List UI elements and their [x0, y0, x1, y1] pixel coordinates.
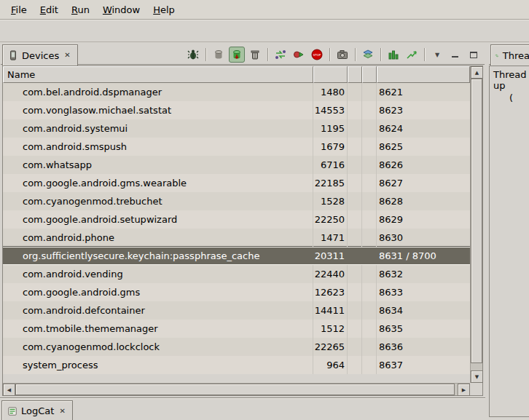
toolbar-separator — [380, 48, 381, 61]
table-row[interactable]: com.android.phone14718630 — [3, 229, 470, 247]
table-row[interactable]: com.cyanogenmod.trebuchet15288628 — [3, 192, 470, 210]
column-header-port[interactable] — [377, 66, 470, 83]
arrow-left-icon: ◀ — [7, 387, 11, 393]
table-row[interactable]: com.tmobile.thememanager15128635 — [3, 320, 470, 338]
blank-cell — [348, 174, 362, 192]
close-icon[interactable]: ✕ — [58, 407, 66, 416]
menu-edit[interactable]: Edit — [34, 2, 65, 17]
bug-icon — [187, 49, 199, 60]
horizontal-scrollbar[interactable]: ◀ ▶ — [3, 383, 470, 395]
device-rows: com.bel.android.dspmanager14808621com.vo… — [3, 83, 470, 383]
threads-message-line2: ( — [509, 92, 529, 103]
profiling-icon — [293, 49, 305, 60]
line-chart-view-button[interactable] — [404, 47, 420, 63]
tab-devices-label: Devices — [22, 50, 59, 61]
tab-logcat-label: LogCat — [21, 405, 54, 416]
blank-cell — [362, 83, 377, 101]
process-name: system_process — [3, 356, 313, 374]
cause-gc-button[interactable] — [247, 47, 263, 63]
tab-logcat[interactable]: LogCat ✕ — [1, 400, 73, 420]
blank-cell — [348, 83, 362, 101]
horizontal-scroll-thumb[interactable] — [15, 384, 455, 395]
blank-cell — [348, 101, 362, 119]
hprof-cylinder-icon — [231, 49, 243, 60]
process-name: com.tmobile.thememanager — [3, 320, 313, 338]
blank-cell — [362, 320, 377, 338]
table-row[interactable]: com.cyanogenmod.lockclock222658636 — [3, 338, 470, 356]
menu-file[interactable]: File — [4, 2, 34, 17]
table-row[interactable]: com.android.smspush16798625 — [3, 138, 470, 156]
toolbar-separator — [205, 48, 206, 61]
dump-hprof-button[interactable] — [229, 47, 245, 63]
table-row[interactable]: com.google.android.gms.wearable221858627 — [3, 174, 470, 192]
heap-bars-view-button[interactable] — [385, 47, 401, 63]
start-method-profiling-button[interactable] — [291, 47, 307, 63]
process-port: 8635 — [377, 320, 470, 338]
process-port: 8634 — [377, 301, 470, 320]
table-row[interactable]: com.google.android.setupwizard222508629 — [3, 210, 470, 229]
view-ui-hierarchy-button[interactable] — [360, 47, 376, 63]
table-row[interactable]: system_process9648637 — [3, 356, 470, 374]
table-row[interactable]: com.vonglasow.michael.satstat145538623 — [3, 101, 470, 119]
vertical-scrollbar[interactable]: ▲ ▼ — [470, 66, 482, 383]
tab-threads[interactable]: Threa — [490, 44, 529, 66]
camera-icon — [337, 49, 348, 60]
tab-devices[interactable]: Devices ✕ — [2, 44, 78, 66]
vertical-scroll-thumb[interactable] — [471, 79, 482, 363]
arrow-up-icon: ▲ — [475, 70, 479, 76]
arrow-right-icon: ▶ — [462, 387, 466, 393]
process-name: com.vonglasow.michael.satstat — [3, 101, 313, 119]
table-row[interactable]: com.android.systemui11958624 — [3, 119, 470, 138]
table-row[interactable]: com.android.vending224408632 — [3, 265, 470, 283]
table-row[interactable]: com.bel.android.dspmanager14808621 — [3, 83, 470, 101]
table-row[interactable]: org.sufficientlysecure.keychain:passphra… — [3, 247, 470, 265]
blank-cell — [348, 210, 362, 229]
table-row[interactable]: com.whatsapp67168626 — [3, 156, 470, 174]
process-pid: 14553 — [313, 101, 348, 119]
process-name: com.bel.android.dspmanager — [3, 83, 313, 101]
update-heap-button[interactable] — [211, 47, 227, 63]
tab-threads-label: Threa — [503, 50, 529, 61]
minimize-button[interactable] — [447, 47, 463, 63]
debug-process-button[interactable] — [185, 47, 201, 63]
blank-cell — [348, 138, 362, 156]
blank-cell — [348, 247, 362, 265]
scroll-up-button[interactable]: ▲ — [471, 66, 483, 79]
scroll-down-button[interactable]: ▼ — [471, 371, 483, 383]
blank-cell — [362, 192, 377, 210]
process-name: com.google.android.gms.wearable — [3, 174, 313, 192]
menu-help[interactable]: Help — [146, 2, 181, 17]
close-icon[interactable]: ✕ — [63, 51, 71, 60]
process-pid: 1471 — [313, 229, 348, 247]
table-row[interactable]: com.google.android.gms126238633 — [3, 283, 470, 301]
process-pid: 1195 — [313, 119, 348, 138]
process-pid: 1679 — [313, 138, 348, 156]
update-threads-button[interactable] — [273, 47, 289, 63]
table-header: Name — [3, 66, 470, 83]
stop-process-button[interactable]: STOP — [309, 47, 325, 63]
screen-capture-button[interactable] — [334, 47, 350, 63]
blank-cell — [348, 192, 362, 210]
column-header-name[interactable]: Name — [3, 66, 313, 83]
scroll-right-button[interactable]: ▶ — [458, 384, 470, 396]
column-header-blank[interactable] — [362, 66, 377, 83]
scroll-left-button[interactable]: ◀ — [3, 384, 15, 396]
process-name: com.whatsapp — [3, 156, 313, 174]
process-port: 8623 — [377, 101, 470, 119]
view-menu-button[interactable]: ▼ — [429, 47, 445, 63]
toolbar-separator — [329, 48, 330, 61]
maximize-button[interactable] — [466, 47, 482, 63]
menu-window[interactable]: Window — [96, 2, 146, 17]
toolbar-separator — [355, 48, 356, 61]
column-header-blank[interactable] — [348, 66, 362, 83]
blank-cell — [362, 356, 377, 374]
blank-cell — [348, 356, 362, 374]
column-header-pid[interactable] — [313, 66, 348, 83]
process-pid: 1480 — [313, 83, 348, 101]
menu-run[interactable]: Run — [65, 2, 96, 17]
blank-cell — [362, 283, 377, 301]
threads-tabbar: Threa — [489, 43, 529, 65]
table-row[interactable]: com.android.defcontainer144118634 — [3, 301, 470, 320]
green-bars-icon — [388, 49, 399, 60]
chevron-down-icon: ▼ — [435, 52, 439, 58]
